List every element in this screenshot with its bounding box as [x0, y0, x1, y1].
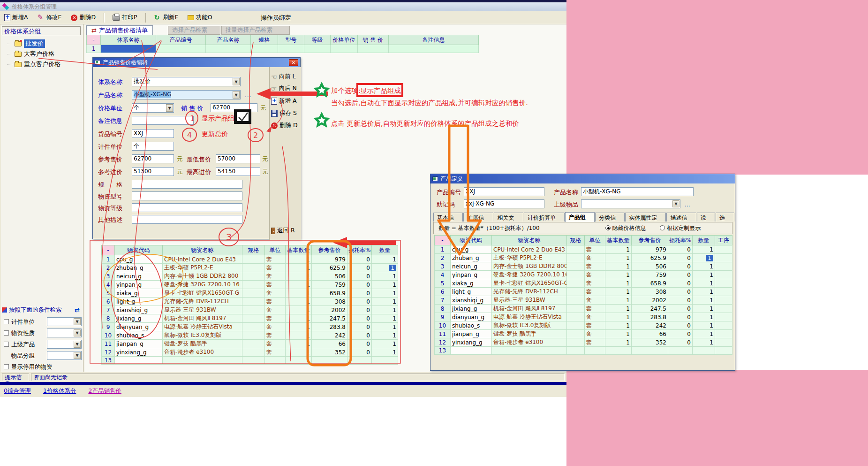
print-button[interactable]: 打印P [111, 13, 139, 23]
tab-5[interactable]: 产品组成 [565, 212, 595, 222]
cell-base[interactable] [286, 357, 312, 365]
cell-loss[interactable]: 0 [347, 264, 372, 272]
cell-unit[interactable]: 套 [265, 306, 286, 314]
parent-product-combo[interactable]: ▼ [47, 340, 82, 349]
cell-code[interactable]: cpu_g [115, 255, 163, 264]
cell-name[interactable]: 机箱-金河田 飓风Ⅱ 8197 [163, 314, 242, 323]
radio-custom-display[interactable]: 根据定制显示 [660, 224, 701, 232]
cell-loss[interactable]: 0 [668, 296, 693, 305]
cell-spec[interactable] [567, 245, 585, 254]
cell-loss[interactable]: 0 [347, 289, 372, 298]
cell-qty[interactable]: 1 [693, 254, 715, 262]
cell-unit[interactable]: 套 [265, 298, 286, 306]
cell-qty[interactable]: 1 [693, 271, 715, 279]
cell-loss[interactable]: 0 [347, 255, 372, 264]
delete-button[interactable]: ✕删除 D [271, 122, 298, 130]
cell-qty[interactable]: 1 [693, 279, 715, 288]
cell-name[interactable]: 鼠标-微软 IE3.0复刻版 [163, 331, 242, 340]
selected-cell[interactable] [101, 45, 156, 53]
material-model-input[interactable] [132, 191, 242, 200]
cell-qty[interactable]: 1 [693, 321, 715, 330]
cell-unit[interactable]: 套 [265, 272, 286, 281]
cell-proc[interactable] [715, 321, 732, 330]
cell-ref[interactable]: 506 [312, 272, 347, 281]
cell-name[interactable]: 显示器-三星 931BW [163, 306, 242, 314]
cell[interactable] [251, 45, 278, 53]
cell-spec[interactable] [242, 281, 265, 289]
cell-name[interactable]: 电源-航嘉 冷静王钻石Vista [492, 313, 567, 321]
cell-base[interactable]: 1 [605, 245, 632, 254]
ref-buy-input[interactable]: 51300 [132, 167, 174, 176]
cell-code[interactable]: dianyuan_g [451, 313, 492, 321]
chevron-down-icon[interactable]: ▼ [233, 91, 240, 99]
cell-spec[interactable] [567, 254, 585, 262]
cell-qty[interactable]: 1 [693, 296, 715, 305]
cell-code[interactable]: shubiao_s [451, 321, 492, 330]
cell-no[interactable]: 11 [435, 330, 451, 338]
cell-qty[interactable]: 1 [693, 313, 715, 321]
cell-loss[interactable]: 0 [347, 272, 372, 281]
cell-no[interactable]: 5 [102, 289, 115, 298]
cell-proc[interactable] [715, 254, 732, 262]
function-button[interactable]: 功能O [186, 13, 214, 23]
cell-no[interactable]: 10 [102, 331, 115, 340]
cell-spec[interactable] [567, 262, 585, 271]
cell-base[interactable]: 1 [286, 314, 312, 323]
product-code-input[interactable]: XXJ [464, 187, 544, 196]
browse-button[interactable]: ... [685, 201, 690, 208]
cell-code[interactable]: xiaka_g [115, 289, 163, 298]
cell-spec[interactable] [242, 357, 265, 365]
cell-base[interactable]: 1 [605, 330, 632, 338]
radio-hide-price[interactable]: 隐藏价格信息 [605, 224, 646, 232]
cell-ref[interactable]: 308 [312, 298, 347, 306]
cell-spec[interactable] [242, 314, 265, 323]
cell-spec[interactable] [242, 331, 265, 340]
spec-input[interactable] [132, 180, 242, 189]
cell-proc[interactable] [715, 347, 732, 355]
cell-loss[interactable]: 0 [668, 279, 693, 288]
cell-proc[interactable] [715, 288, 732, 296]
cell-ref[interactable]: 625.9 [632, 254, 668, 262]
cell-ref[interactable]: 658.9 [632, 279, 668, 288]
tree-item-label[interactable]: 大客户价格 [24, 50, 54, 58]
delete-button[interactable]: ✕删除D [69, 13, 97, 23]
cell-qty[interactable] [693, 347, 715, 355]
cell-qty[interactable]: 1 [372, 314, 398, 323]
product-name-input[interactable]: 小型机-XG-NG [581, 187, 694, 196]
cell-no[interactable]: 2 [435, 254, 451, 262]
min-sell-input[interactable]: 57000 [216, 154, 260, 163]
cell-name[interactable]: 显示器-三星 931BW [492, 296, 567, 305]
piece-unit-input[interactable]: 个 [132, 142, 174, 151]
cell[interactable] [331, 45, 358, 53]
cell-proc[interactable] [715, 279, 732, 288]
cell-no[interactable]: 12 [435, 338, 451, 347]
cell-qty[interactable]: 1 [693, 330, 715, 338]
cell-ref[interactable]: 2002 [632, 296, 668, 305]
cell-ref[interactable]: 242 [632, 321, 668, 330]
cell-loss[interactable]: 0 [668, 288, 693, 296]
cell-unit[interactable]: 套 [585, 313, 605, 321]
cell-name[interactable]: 内存-金士顿 1GB DDR2 800 [492, 262, 567, 271]
cell-base[interactable]: 1 [286, 348, 312, 357]
material-nature-checkbox[interactable] [4, 330, 9, 336]
price-unit-combo[interactable]: 个▼ [132, 103, 174, 113]
chevron-down-icon[interactable]: ▼ [672, 200, 679, 207]
cell-ref[interactable]: 247.5 [632, 305, 668, 313]
cell-base[interactable] [605, 347, 632, 355]
tab-price-list[interactable]: ⇄ 产品销售价格清单 [86, 25, 153, 35]
cell-unit[interactable]: 套 [585, 262, 605, 271]
cell-base[interactable]: 1 [286, 272, 312, 281]
cell-qty[interactable]: 1 [372, 306, 398, 314]
save-button[interactable]: 保存 S [271, 109, 297, 117]
cell-spec[interactable] [567, 305, 585, 313]
cell-spec[interactable] [242, 306, 265, 314]
cell-code[interactable]: yinxiang_g [115, 348, 163, 357]
cell-ref[interactable]: 283.8 [312, 323, 347, 331]
cell-ref[interactable]: 283.8 [632, 313, 668, 321]
tab-6[interactable]: 分类信息 [595, 213, 625, 222]
cell-ref[interactable]: 506 [632, 262, 668, 271]
cell-qty[interactable]: 1 [372, 264, 398, 272]
system-name-combo[interactable]: 批发价▼ [132, 77, 241, 86]
cell-unit[interactable]: 套 [585, 288, 605, 296]
cell-unit[interactable] [265, 357, 286, 365]
